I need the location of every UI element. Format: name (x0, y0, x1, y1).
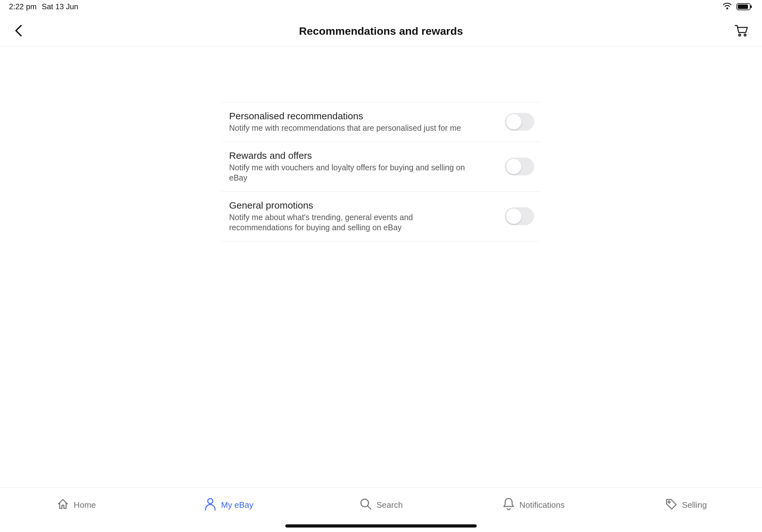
setting-title: General promotions (229, 200, 472, 211)
tab-home[interactable]: Home (0, 488, 153, 522)
svg-point-5 (668, 501, 670, 503)
toggle-personalised-recommendations[interactable] (505, 113, 534, 131)
setting-desc: Notify me about what's trending, general… (229, 212, 472, 233)
svg-point-1 (739, 34, 741, 36)
setting-desc: Notify me with vouchers and loyalty offe… (229, 162, 472, 183)
nav-header: Recommendations and rewards (0, 16, 762, 46)
bell-icon (502, 497, 515, 513)
svg-point-3 (208, 499, 213, 503)
battery-icon (736, 3, 750, 10)
status-bar: 2:22 pm Sat 13 Jun (0, 0, 762, 13)
svg-point-2 (744, 34, 746, 36)
back-button[interactable] (14, 24, 24, 38)
setting-title: Rewards and offers (229, 150, 472, 161)
setting-personalised-recommendations: Personalised recommendations Notify me w… (221, 102, 541, 142)
tab-search[interactable]: Search (305, 488, 457, 522)
page-title: Recommendations and rewards (0, 25, 762, 37)
cart-button[interactable] (734, 24, 748, 38)
tab-label: Home (74, 500, 96, 510)
setting-text: General promotions Notify me about what'… (229, 200, 472, 233)
toggle-general-promotions[interactable] (505, 207, 534, 225)
tab-my-ebay[interactable]: My eBay (153, 488, 305, 522)
svg-point-0 (726, 7, 728, 9)
setting-title: Personalised recommendations (229, 111, 461, 121)
home-indicator[interactable] (285, 524, 477, 528)
setting-text: Personalised recommendations Notify me w… (229, 111, 461, 133)
tab-label: Selling (682, 500, 707, 510)
tab-selling[interactable]: Selling (609, 488, 762, 522)
battery-fill (738, 4, 748, 9)
setting-text: Rewards and offers Notify me with vouche… (229, 150, 472, 183)
toggle-knob (506, 159, 521, 174)
setting-rewards-and-offers: Rewards and offers Notify me with vouche… (221, 142, 541, 192)
toggle-rewards-and-offers[interactable] (505, 158, 534, 175)
status-time: 2:22 pm (9, 2, 37, 11)
tab-label: Notifications (519, 500, 565, 510)
home-icon (56, 498, 69, 512)
search-icon (359, 498, 372, 512)
toggle-knob (506, 114, 521, 129)
tab-label: My eBay (221, 500, 253, 510)
tab-label: Search (377, 500, 403, 510)
toggle-knob (506, 209, 521, 224)
tab-notifications[interactable]: Notifications (457, 488, 610, 522)
person-icon (204, 497, 217, 513)
setting-general-promotions: General promotions Notify me about what'… (221, 192, 541, 241)
settings-list: Personalised recommendations Notify me w… (221, 102, 541, 241)
tag-icon (665, 498, 677, 512)
status-left: 2:22 pm Sat 13 Jun (9, 2, 78, 11)
status-right (723, 2, 750, 11)
wifi-icon (723, 2, 732, 11)
setting-desc: Notify me with recommendations that are … (229, 123, 461, 133)
status-date: Sat 13 Jun (42, 2, 79, 11)
